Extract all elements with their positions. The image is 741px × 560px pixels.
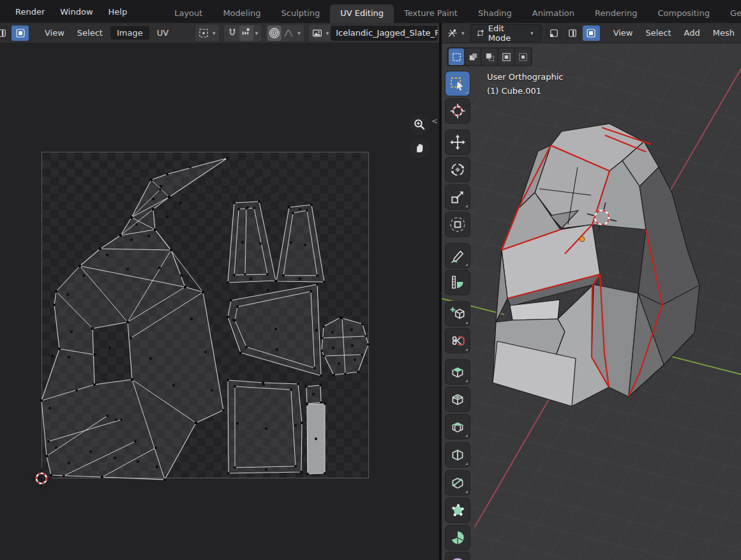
snap-target-button[interactable] <box>239 26 253 41</box>
face-select-icon <box>15 27 26 39</box>
tab-rendering[interactable]: Rendering <box>585 4 647 23</box>
editor-type-button[interactable] <box>445 26 460 41</box>
snapping-button[interactable] <box>225 26 239 41</box>
cut-icon <box>449 332 466 349</box>
uv-editor: ViewSelectImageUV▾▾▾▾Icelandic_Jagged_Sl… <box>0 23 439 560</box>
vertex-select-icon <box>548 27 560 39</box>
viewport-menu-select[interactable]: Select <box>639 26 677 40</box>
tool-annotate[interactable] <box>445 244 470 268</box>
chevron-down-icon: ▾ <box>460 30 467 36</box>
select-mode-vertex[interactable] <box>546 26 563 41</box>
uv-menu-select[interactable]: Select <box>71 26 109 40</box>
tab-uv-editing[interactable]: UV Editing <box>330 4 394 23</box>
tool-scale[interactable] <box>445 185 470 209</box>
poly-build-icon <box>449 502 466 519</box>
proportional-editing-button[interactable] <box>267 26 281 41</box>
pivot-point-button[interactable] <box>197 26 211 41</box>
tool-cut[interactable] <box>445 328 470 353</box>
uv-island-pentagon[interactable] <box>227 283 322 376</box>
falloff-curve-button[interactable] <box>281 26 296 41</box>
uv-menu-image[interactable]: Image <box>110 26 149 40</box>
tool-loop-cut[interactable] <box>445 443 470 467</box>
image-name-field[interactable]: Icelandic_Jagged_Slate_R <box>331 26 438 41</box>
tool-cursor[interactable] <box>445 99 470 123</box>
workspace-tabs: LayoutModelingSculptingUV EditingTexture… <box>164 0 741 23</box>
viewport-canvas[interactable]: User Orthographic (1) Cube.001 <box>442 43 741 560</box>
uv-island-leg-right[interactable] <box>275 203 325 283</box>
select-mode-face[interactable] <box>583 26 600 41</box>
uv-island-main-island[interactable] <box>40 157 228 480</box>
x-axis-line <box>475 393 553 527</box>
uv-select-mode-face[interactable] <box>11 26 29 41</box>
pan-gizmo[interactable] <box>409 138 430 158</box>
topbar-menu-render[interactable]: Render <box>8 4 52 19</box>
tab-sculpting[interactable]: Sculpting <box>271 4 331 23</box>
select-mode-subtract-button[interactable] <box>482 48 497 65</box>
tool-rotate[interactable] <box>445 158 470 182</box>
tab-animation[interactable]: Animation <box>522 4 585 23</box>
uv-editor-canvas[interactable]: < <box>0 43 439 560</box>
mesh-cube-001[interactable] <box>493 124 700 406</box>
mode-dropdown[interactable]: Edit Mode▾ <box>470 24 541 42</box>
extrude-region-icon <box>449 364 466 380</box>
tab-texture-paint[interactable]: Texture Paint <box>394 4 468 23</box>
tab-geometry-nodes[interactable]: Geometry Nodes <box>720 4 741 23</box>
object-origin-dot <box>580 237 585 242</box>
select-mode-extend-button[interactable] <box>465 48 481 65</box>
measure-icon <box>449 274 466 291</box>
uv-island-cube-net[interactable] <box>320 316 369 376</box>
tool-select-box[interactable] <box>445 71 470 96</box>
tool-bevel[interactable] <box>445 415 470 439</box>
knife-icon <box>449 475 466 491</box>
select-mode-intersect-button[interactable] <box>515 48 530 65</box>
uv-island-bottom-quad[interactable] <box>227 379 303 474</box>
cursor-icon <box>449 103 466 119</box>
uv-sidebar-chevron[interactable]: < <box>431 117 438 126</box>
chevron-down-icon: ▾ <box>211 30 218 36</box>
select-mode-group <box>545 26 601 41</box>
intersect-mode-icon <box>518 52 528 63</box>
topbar-menu-window[interactable]: Window <box>52 4 100 19</box>
subtract-mode-icon <box>484 52 495 63</box>
set-mode-icon <box>451 52 462 63</box>
uv-menu-uv[interactable]: UV <box>151 26 175 40</box>
tool-smooth[interactable] <box>445 552 470 560</box>
viewport-menu-view[interactable]: View <box>607 26 640 40</box>
zoom-gizmo[interactable] <box>409 114 430 135</box>
topbar-menu-help[interactable]: Help <box>101 4 135 19</box>
invert-mode-icon <box>501 52 512 63</box>
header-button-group: ▾ <box>266 25 304 41</box>
browse-image-button[interactable] <box>310 26 324 41</box>
tool-extrude-region[interactable] <box>445 360 470 384</box>
header-button-group: ▾ <box>195 25 219 41</box>
tool-transform[interactable] <box>445 212 470 237</box>
tool-measure[interactable] <box>445 270 470 295</box>
tab-modeling[interactable]: Modeling <box>213 4 271 23</box>
annotate-icon <box>449 247 466 264</box>
tool-knife[interactable] <box>445 471 470 495</box>
tab-layout[interactable]: Layout <box>164 4 213 23</box>
tool-move[interactable] <box>445 130 470 154</box>
tool-add-cube[interactable] <box>445 302 470 326</box>
uv-select-mode-edge[interactable] <box>0 26 10 41</box>
viewport-menus: ViewSelectAddMesh <box>607 26 741 40</box>
move-icon <box>449 134 466 151</box>
select-mode-set-button[interactable] <box>449 48 464 65</box>
uv-menu-view[interactable]: View <box>38 26 71 40</box>
tool-poly-build[interactable] <box>445 498 470 522</box>
select-mode-edge[interactable] <box>564 26 581 41</box>
uv-island-strip-selected[interactable] <box>306 402 326 475</box>
uv-island-strip-top[interactable] <box>305 384 322 404</box>
magnet-icon <box>227 27 238 39</box>
tool-inset-faces[interactable] <box>445 387 470 411</box>
select-box-icon <box>449 75 466 92</box>
proportional-icon <box>269 27 280 39</box>
topbar-menus: RenderWindowHelp <box>0 0 135 23</box>
tab-compositing[interactable]: Compositing <box>647 4 720 23</box>
tool-spin[interactable] <box>445 526 470 550</box>
uv-island-leg-left[interactable] <box>227 200 276 283</box>
viewport-menu-mesh[interactable]: Mesh <box>707 26 741 40</box>
viewport-menu-add[interactable]: Add <box>678 26 707 40</box>
select-mode-invert-button[interactable] <box>498 48 514 65</box>
tab-shading[interactable]: Shading <box>468 4 522 23</box>
